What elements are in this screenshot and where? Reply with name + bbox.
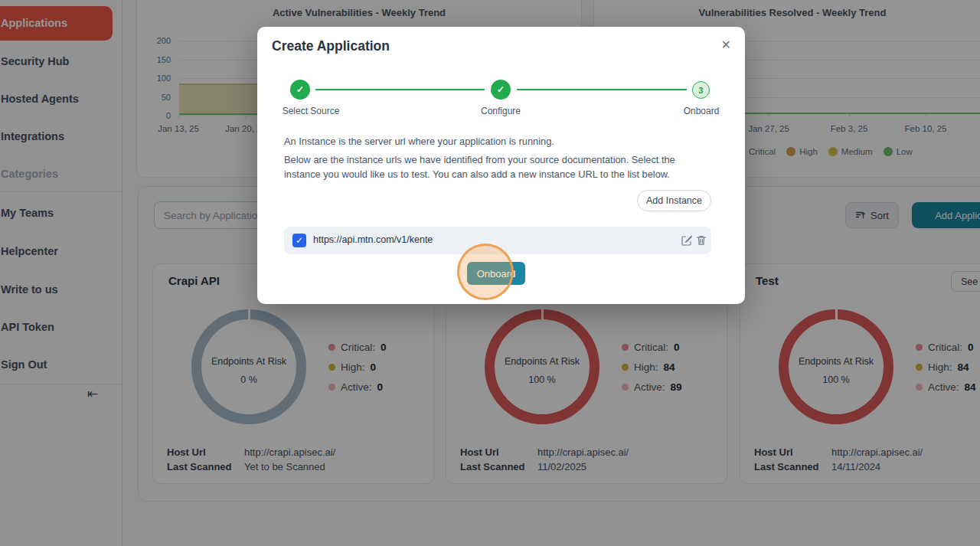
step-select-source-circle: ✓ xyxy=(290,80,310,100)
step-label-select-source: Select Source xyxy=(273,106,349,116)
step-label-onboard: Onboard xyxy=(663,106,740,116)
delete-icon[interactable] xyxy=(695,234,707,247)
modal-body-text: Below are the instance urls we have iden… xyxy=(284,152,713,181)
create-application-modal: Create Application ✕ ✓ ✓ 3 Select Source… xyxy=(257,27,745,304)
app-window: Applications Security Hub Hosted Agents … xyxy=(0,0,980,546)
close-icon[interactable]: ✕ xyxy=(721,38,731,52)
instance-row: ✓ https://api.mtn.com/v1/kente xyxy=(284,227,711,254)
instance-url: https://api.mtn.com/v1/kente xyxy=(313,234,433,245)
step-onboard-circle: 3 xyxy=(692,81,710,99)
step-label-configure: Configure xyxy=(462,106,539,116)
step-connector xyxy=(315,89,485,90)
modal-title: Create Application xyxy=(272,38,390,54)
onboard-button[interactable]: Onboard xyxy=(467,262,525,285)
step-connector xyxy=(517,89,687,90)
instance-checkbox[interactable]: ✓ xyxy=(292,234,306,247)
modal-intro-text: An Instance is the server url where your… xyxy=(284,134,713,149)
add-instance-button[interactable]: Add Instance xyxy=(637,190,711,211)
step-configure-circle: ✓ xyxy=(491,80,511,100)
edit-icon[interactable] xyxy=(681,234,693,247)
